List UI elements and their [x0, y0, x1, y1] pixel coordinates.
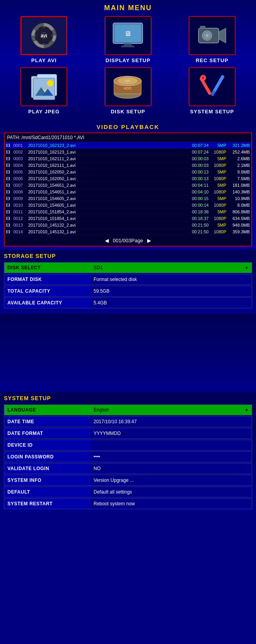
file-num: 0012 [13, 216, 28, 221]
file-res: 5MP [209, 183, 226, 188]
menu-item-system-setup[interactable]: SYSTEM SETUP [172, 67, 252, 114]
file-size: 140.3MB [226, 190, 250, 194]
menu-item-disk-setup[interactable]: HDD DISK SETUP [88, 67, 168, 114]
system-row-date-time[interactable]: DATE TIME 2017/10/10 16:39:47 [4, 416, 252, 427]
system-row-login-password[interactable]: LOGIN PASSWORD •••• [4, 451, 252, 462]
file-num: 0002 [13, 150, 28, 154]
storage-row-disk-select[interactable]: DISK SELECT SD1▼ [4, 262, 252, 273]
file-list: 🎞 0001 20171010_162123_2.avi 00:07:24 5M… [5, 142, 251, 235]
setup-label-disk-select: DISK SELECT [4, 263, 90, 273]
file-num: 0004 [13, 163, 28, 168]
video-playback-title: VIDEO PLAYBACK [4, 123, 252, 130]
setup-label-available-capacity: AVAILABLE CAPACITY [4, 298, 90, 308]
path-bar: PATH: /mnt/SdCard1/20171010 *.AVI [5, 133, 251, 142]
storage-row-format-disk[interactable]: FORMAT DISK Format selected disk [4, 274, 252, 285]
svg-point-29 [47, 80, 53, 86]
rec-setup-label: REC SETUP [196, 57, 228, 63]
file-num: 0010 [13, 203, 28, 208]
file-time: 00:00:13 [187, 176, 209, 181]
next-page-icon[interactable]: ▶ [147, 238, 151, 243]
file-icon: 🎞 [6, 197, 13, 201]
storage-row-total-capacity[interactable]: TOTAL CAPACITY 59.5GB [4, 286, 252, 297]
file-row[interactable]: 🎞 0005 20171010_162050_2.avi 00:00:13 5M… [5, 169, 251, 175]
system-label-system-info: SYSTEM INFO [4, 475, 90, 485]
menu-item-play-avi[interactable]: AVI PLAY AVI [4, 16, 84, 63]
system-row-language[interactable]: LANGUAGE English▼ [4, 404, 252, 415]
file-res: 1080P [209, 176, 226, 181]
file-row[interactable]: 🎞 0004 20171010_162111_1.avi 00:00:03 10… [5, 162, 251, 169]
file-row[interactable]: 🎞 0001 20171010_162123_2.avi 00:07:24 5M… [5, 142, 251, 149]
file-name: 20171010_162123_2.avi [28, 143, 187, 148]
system-row-default[interactable]: DEFAULT Default all settings [4, 487, 252, 497]
setup-value-total-capacity: 59.5GB [90, 286, 252, 296]
file-size: 8.0MB [226, 203, 250, 208]
storage-row-available-capacity[interactable]: AVAILABLE CAPACITY 5.4GB [4, 297, 252, 308]
system-row-date-format[interactable]: DATE FORMAT YYYYMMDD▼ [4, 428, 252, 439]
file-row[interactable]: 🎞 0013 20171010_145132_2.avi 00:21:50 5M… [5, 222, 251, 229]
file-time: 00:18:37 [187, 216, 209, 221]
file-res: 1080P [209, 150, 226, 154]
file-row[interactable]: 🎞 0006 20171010_162050_1.avi 00:00:13 10… [5, 175, 251, 182]
file-row[interactable]: 🎞 0007 20171010_154651_2.avi 00:04:11 5M… [5, 182, 251, 189]
file-icon: 🎞 [6, 143, 13, 148]
svg-text:AVI: AVI [41, 34, 47, 38]
file-icon: 🎞 [6, 183, 13, 188]
file-size: 806.8MB [226, 209, 250, 214]
file-num: 0014 [13, 229, 28, 234]
file-size: 252.4MB [226, 150, 250, 154]
system-value-date-format[interactable]: YYYYMMDD▼ [90, 428, 252, 438]
file-icon: 🎞 [6, 177, 13, 181]
play-avi-label: PLAY AVI [31, 57, 57, 63]
file-res: 5MP [209, 143, 226, 148]
system-value-system-restart: Reboot system now [90, 499, 252, 509]
system-row-validate-login[interactable]: VALIDATE LOGIN NO▼ [4, 463, 252, 474]
file-row[interactable]: 🎞 0009 20171010_154605_2.avi 00:00:15 5M… [5, 195, 251, 202]
system-setup-icon-box [189, 67, 236, 106]
film-reel-icon: AVI [30, 22, 58, 49]
file-icon: 🎞 [6, 157, 13, 161]
system-row-system-info[interactable]: SYSTEM INFO Version Upgrage ... [4, 475, 252, 486]
file-icon: 🎞 [6, 230, 13, 234]
file-time: 00:00:03 [187, 156, 209, 161]
main-menu-title: MAIN MENU [4, 4, 252, 12]
file-name: 20171010_154605_2.avi [28, 196, 187, 201]
menu-item-display-setup[interactable]: 🖥 DISPLAY SETUP [88, 16, 168, 63]
menu-item-rec-setup[interactable]: REC SETUP [172, 16, 252, 63]
storage-setup-table: DISK SELECT SD1▼ FORMAT DISK Format sele… [4, 262, 252, 308]
svg-rect-15 [121, 46, 135, 47]
system-label-date-format: DATE FORMAT [4, 428, 90, 438]
file-res: 5MP [209, 170, 226, 174]
prev-page-icon[interactable]: ◀ [105, 238, 109, 243]
system-setup-table: LANGUAGE English▼ DATE TIME 2017/10/10 1… [4, 404, 252, 509]
file-row[interactable]: 🎞 0002 20171010_162123_1.avi 00:07:24 10… [5, 149, 251, 156]
file-num: 0006 [13, 176, 28, 181]
menu-item-play-jpeg[interactable]: JPG PLAY JPEG [4, 67, 84, 114]
file-row[interactable]: 🎞 0008 20171010_154651_1.avi 00:04:10 10… [5, 189, 251, 195]
file-res: 5MP [209, 209, 226, 214]
file-name: 20171010_162123_1.avi [28, 150, 187, 154]
file-row[interactable]: 🎞 0014 20171010_145132_1.avi 00:21:50 10… [5, 229, 251, 235]
system-value-validate-login[interactable]: NO▼ [90, 463, 252, 474]
system-value-date-time: 2017/10/10 16:39:47 [90, 417, 252, 427]
file-row[interactable]: 🎞 0010 20171010_154605_1.avi 00:00:14 10… [5, 202, 251, 209]
dropdown-arrow-icon: ▼ [245, 408, 249, 412]
file-res: 5MP [209, 196, 226, 201]
file-time: 00:07:24 [187, 150, 209, 154]
file-size: 359.3MB [226, 229, 250, 234]
system-row-device-id[interactable]: DEVICE ID [4, 440, 252, 451]
file-row[interactable]: 🎞 0012 20171010_151854_1.avi 00:18:37 10… [5, 215, 251, 222]
file-size: 9.6MB [226, 170, 250, 174]
file-name: 20171010_151854_2.avi [28, 209, 187, 214]
file-icon: 🎞 [6, 190, 13, 194]
system-row-system-restart[interactable]: SYSTEM RESTART Reboot system now [4, 498, 252, 509]
file-row[interactable]: 🎞 0003 20171010_162111_2.avi 00:00:03 5M… [5, 156, 251, 162]
setup-value-disk-select[interactable]: SD1▼ [90, 263, 252, 273]
system-label-system-restart: SYSTEM RESTART [4, 499, 90, 509]
menu-grid: AVI PLAY AVI 🖥 DISPLAY SETUP [4, 16, 252, 114]
system-value-language[interactable]: English▼ [90, 405, 252, 415]
dropdown-arrow-icon: ▼ [245, 266, 249, 270]
system-value-system-info: Version Upgrage ... [90, 475, 252, 485]
file-name: 20171010_154605_1.avi [28, 203, 187, 208]
system-value-device-id [90, 440, 252, 450]
file-row[interactable]: 🎞 0011 20171010_151854_2.avi 00:18:38 5M… [5, 209, 251, 215]
